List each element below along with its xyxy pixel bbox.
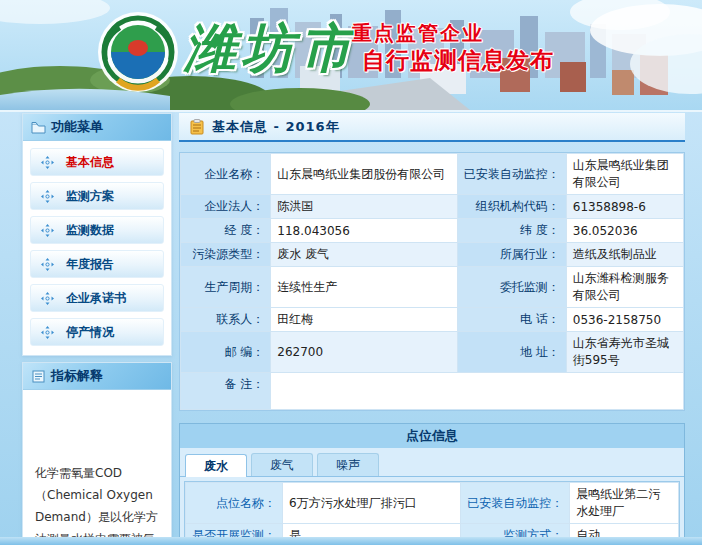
field-label: 已安装自动监控： [461,483,569,523]
field-label: 企业名称： [181,154,270,194]
sidebar-item-basic-info[interactable]: 基本信息 [30,148,164,176]
city-name-title: 潍坊市 [184,14,358,84]
table-row: 联系人： 田红梅 电 话： 0536-2158750 [181,308,683,331]
folder-icon [31,121,46,134]
clipboard-icon [189,119,205,135]
function-menu-header: 功能菜单 [23,114,171,141]
field-label: 委托监测： [458,267,566,307]
field-value: 61358898-6 [567,195,683,218]
table-row: 企业法人： 陈洪国 组织机构代码： 61358898-6 [181,195,683,218]
site-slogan-line2: 自行监测信息发布 [362,45,554,76]
table-row: 邮 编： 262700 地 址： 山东省寿光市圣城街595号 [181,332,683,372]
table-row: 企业名称： 山东晨鸣纸业集团股份有限公司 已安装自动监控： 山东晨鸣纸业集团有限… [181,154,683,194]
environment-bureau-logo [96,10,180,94]
point-table-1-wrap: 点位名称： 6万方污水处理厂排污口 已安装自动监控： 晨鸣纸业第二污水处理厂 是… [180,477,684,545]
field-label: 备 注： [181,373,270,409]
sidebar: 功能菜单 基本信息 监测方案 [22,113,172,545]
field-value: 山东省寿光市圣城街595号 [567,332,683,372]
table-row: 点位名称： 6万方污水处理厂排污口 已安装自动监控： 晨鸣纸业第二污水处理厂 [186,483,678,523]
sidebar-item-production-stop[interactable]: 停产情况 [30,318,164,346]
indicator-explain-title: 指标解释 [51,367,103,385]
field-label: 所属行业： [458,243,566,266]
main-content: 基本信息 - 2016年 企业名称： 山东晨鸣纸业集团股份有限公司 已安装自动监… [179,113,685,545]
function-menu-panel: 功能菜单 基本信息 监测方案 [22,113,172,356]
field-value: 晨鸣纸业第二污水处理厂 [570,483,678,523]
field-value: 山东晨鸣纸业集团股份有限公司 [271,154,456,194]
field-value: 山东潍科检测服务有限公司 [567,267,683,307]
sidebar-item-label: 企业承诺书 [66,290,126,307]
indicator-explain-text: 化学需氧量COD（Chemical Oxygen Demand）是以化学方法测量… [23,390,171,545]
notepad-icon [31,370,46,383]
sidebar-item-annual-report[interactable]: 年度报告 [30,250,164,278]
field-label: 点位名称： [186,483,282,523]
move-arrows-icon [41,326,54,339]
tab-wastegas[interactable]: 废气 [251,453,313,476]
field-value: 118.043056 [271,219,456,242]
function-menu-list: 基本信息 监测方案 监测数据 [23,141,171,355]
move-arrows-icon [41,190,54,203]
tab-wastewater[interactable]: 废水 [185,454,247,477]
field-value: 废水 废气 [271,243,456,266]
field-label: 地 址： [458,332,566,372]
field-value: 36.052036 [567,219,683,242]
indicator-explain-header: 指标解释 [23,363,171,390]
table-row: 污染源类型： 废水 废气 所属行业： 造纸及纸制品业 [181,243,683,266]
field-value: 田红梅 [271,308,456,331]
field-label: 污染源类型： [181,243,270,266]
field-value [271,373,683,409]
sidebar-item-label: 停产情况 [66,324,114,341]
site-slogan-line1: 重点监管企业 [352,20,484,47]
move-arrows-icon [41,224,54,237]
indicator-explain-panel: 指标解释 化学需氧量COD（Chemical Oxygen Demand）是以化… [22,362,172,545]
field-label: 企业法人： [181,195,270,218]
field-value: 6万方污水处理厂排污口 [283,483,460,523]
field-value: 陈洪国 [271,195,456,218]
tab-noise[interactable]: 噪声 [317,453,379,476]
sidebar-item-monitor-plan[interactable]: 监测方案 [30,182,164,210]
sidebar-item-label: 基本信息 [66,154,114,171]
move-arrows-icon [41,156,54,169]
table-row: 生产周期： 连续性生产 委托监测： 山东潍科检测服务有限公司 [181,267,683,307]
field-label: 纬 度： [458,219,566,242]
point-table-1: 点位名称： 6万方污水处理厂排污口 已安装自动监控： 晨鸣纸业第二污水处理厂 是… [184,481,680,545]
move-arrows-icon [41,292,54,305]
field-label: 生产周期： [181,267,270,307]
field-label: 联系人： [181,308,270,331]
move-arrows-icon [41,258,54,271]
sidebar-item-label: 监测方案 [66,188,114,205]
site-header: 潍坊市 重点监管企业 自行监测信息发布 [0,0,702,112]
sidebar-item-monitor-data[interactable]: 监测数据 [30,216,164,244]
sidebar-item-label: 监测数据 [66,222,114,239]
field-label: 电 话： [458,308,566,331]
sidebar-item-label: 年度报告 [66,256,114,273]
point-info-panel: 点位信息 废水 废气 噪声 点位名称： 6万方污水处理厂排污口 已安装自动监控：… [179,423,685,545]
field-label: 已安装自动监控： [458,154,566,194]
basic-info-section-header: 基本信息 - 2016年 [179,113,685,142]
field-value: 山东晨鸣纸业集团有限公司 [567,154,683,194]
sidebar-item-commitment[interactable]: 企业承诺书 [30,284,164,312]
bottom-divider [0,537,702,545]
point-info-title: 点位信息 [180,424,684,448]
basic-info-table: 企业名称： 山东晨鸣纸业集团股份有限公司 已安装自动监控： 山东晨鸣纸业集团有限… [179,152,685,411]
field-label: 经 度： [181,219,270,242]
table-row-note: 备 注： [181,373,683,409]
point-info-tabs: 废水 废气 噪声 [180,448,684,477]
field-value: 262700 [271,332,456,372]
field-label: 组织机构代码： [458,195,566,218]
basic-info-section-title: 基本信息 - 2016年 [212,118,340,136]
table-row: 经 度： 118.043056 纬 度： 36.052036 [181,219,683,242]
field-value: 连续性生产 [271,267,456,307]
function-menu-title: 功能菜单 [51,118,103,136]
field-value: 0536-2158750 [567,308,683,331]
field-value: 造纸及纸制品业 [567,243,683,266]
field-label: 邮 编： [181,332,270,372]
